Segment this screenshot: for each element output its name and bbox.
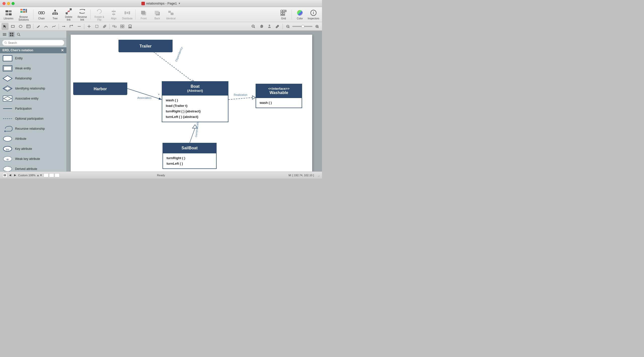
close-button[interactable] bbox=[3, 2, 6, 5]
svg-text:key: key bbox=[6, 148, 9, 150]
color-button[interactable]: Color bbox=[293, 8, 306, 21]
browse-solutions-button[interactable]: Browse Solutions bbox=[16, 8, 32, 21]
inspectors-button[interactable]: i Inspectors bbox=[307, 8, 320, 21]
canvas-area[interactable]: Dependency * Association Realization bbox=[67, 31, 322, 171]
reverse-link-button[interactable]: Reverse link bbox=[76, 8, 89, 21]
grid-button[interactable]: Grid bbox=[277, 8, 290, 21]
orthogonal-tool[interactable] bbox=[68, 23, 75, 30]
align-button[interactable]: Align bbox=[107, 8, 120, 21]
shape-item-recursive-relationship[interactable]: Recursive relationship bbox=[0, 124, 66, 134]
key-attribute-label: Key attribute bbox=[15, 147, 32, 151]
stamp-tool[interactable] bbox=[127, 23, 134, 30]
person-tool[interactable] bbox=[266, 23, 273, 30]
tree-icon bbox=[52, 9, 59, 16]
pointer-tool[interactable] bbox=[2, 23, 9, 30]
pause-button[interactable] bbox=[3, 173, 7, 177]
identical-button[interactable]: Identical bbox=[164, 8, 177, 21]
svg-point-95 bbox=[5, 42, 6, 43]
zoom-dropdown[interactable]: ▲▼ bbox=[36, 173, 43, 177]
zoom-slider[interactable] bbox=[292, 26, 312, 27]
svg-rect-33 bbox=[112, 14, 115, 15]
connector-tool[interactable] bbox=[60, 23, 67, 30]
prev-page-button[interactable]: ◀ bbox=[8, 173, 12, 177]
front-button[interactable]: Front bbox=[137, 8, 150, 21]
shape-item-relationship[interactable]: Relationship bbox=[0, 73, 66, 83]
delete-link-button[interactable]: Delete link bbox=[62, 8, 75, 21]
svg-point-113 bbox=[3, 166, 12, 171]
svg-rect-70 bbox=[120, 27, 122, 28]
associative-entity-label: Associative entity bbox=[15, 97, 38, 100]
chain-button[interactable]: Chain bbox=[35, 8, 48, 21]
line-tool[interactable] bbox=[76, 23, 83, 30]
slice-tool[interactable] bbox=[101, 23, 108, 30]
svg-text:wk: wk bbox=[6, 158, 9, 160]
next-page-button[interactable]: ▶ bbox=[13, 173, 17, 177]
svg-rect-8 bbox=[26, 9, 27, 13]
resize-handle[interactable] bbox=[316, 173, 319, 177]
shape-item-identifying-relationship[interactable]: Identifying relationship bbox=[0, 83, 66, 94]
view-mode-1[interactable] bbox=[44, 173, 49, 177]
weak-key-attribute-preview: wk bbox=[3, 155, 13, 163]
shape-item-associative-entity[interactable]: Associative entity bbox=[0, 94, 66, 104]
minimize-button[interactable] bbox=[7, 2, 10, 5]
shape-item-key-attribute[interactable]: key Key attribute bbox=[0, 144, 66, 154]
maximize-button[interactable] bbox=[12, 2, 15, 5]
distribute-button[interactable]: Distribute bbox=[121, 8, 134, 21]
svg-rect-66 bbox=[113, 25, 114, 27]
boat-node[interactable]: Boat {Abstract} wash ( ) load (Trailer t… bbox=[162, 81, 228, 122]
table-tool[interactable] bbox=[25, 23, 32, 30]
svg-rect-7 bbox=[23, 11, 25, 13]
tree-button[interactable]: Tree bbox=[49, 8, 62, 21]
diagram-canvas[interactable]: Dependency * Association Realization bbox=[71, 35, 312, 171]
page-nav: ◀ ▶ bbox=[8, 173, 17, 177]
shape-item-participation[interactable]: Participation bbox=[0, 104, 66, 114]
bezier-tool[interactable] bbox=[50, 23, 57, 30]
libraries-button[interactable]: Libraries bbox=[2, 8, 15, 21]
group-tool[interactable] bbox=[111, 23, 118, 30]
shape-list: Entity Weak entity Re bbox=[0, 53, 66, 171]
washable-node[interactable]: <<interface>> Washable wash ( ) bbox=[256, 84, 302, 108]
view-mode-2[interactable] bbox=[49, 173, 54, 177]
shape-item-derived-attribute[interactable]: Derived attribute bbox=[0, 164, 66, 171]
svg-rect-90 bbox=[12, 33, 13, 34]
zoom-plus-button[interactable] bbox=[313, 23, 320, 30]
svg-rect-35 bbox=[127, 12, 128, 14]
arc-tool[interactable] bbox=[43, 23, 50, 30]
trailer-header: Trailer bbox=[119, 40, 172, 52]
relationship-preview bbox=[3, 75, 13, 82]
grid-view-tab[interactable] bbox=[9, 32, 15, 37]
hand-tool[interactable] bbox=[258, 23, 265, 30]
ellipse-tool[interactable] bbox=[17, 23, 24, 30]
shape-item-optional-participation[interactable]: Optional participation bbox=[0, 114, 66, 124]
search-tab[interactable] bbox=[16, 32, 22, 37]
back-button[interactable]: Back bbox=[151, 8, 164, 21]
rectangle-tool[interactable] bbox=[9, 23, 16, 30]
pen-tool[interactable] bbox=[35, 23, 42, 30]
shape-item-attribute[interactable]: Attribute bbox=[0, 134, 66, 144]
pencil-tool[interactable] bbox=[274, 23, 281, 30]
inspectors-icon: i bbox=[310, 9, 317, 16]
shape-item-weak-key-attribute[interactable]: wk Weak key attribute bbox=[0, 154, 66, 164]
crop-tool[interactable] bbox=[93, 23, 100, 30]
zoom-slider-thumb[interactable] bbox=[301, 25, 304, 28]
trailer-node[interactable]: Trailer bbox=[118, 40, 173, 52]
panel-close-button[interactable]: ✕ bbox=[61, 48, 64, 52]
zoom-out-button[interactable] bbox=[250, 23, 257, 30]
svg-rect-46 bbox=[281, 12, 283, 14]
sailboat-node[interactable]: SailBoat turnRight ( ) turnLeft ( ) bbox=[163, 143, 217, 169]
zoom-minus-button[interactable] bbox=[284, 23, 291, 30]
svg-rect-56 bbox=[27, 25, 30, 28]
sidebar-top-tabs bbox=[0, 31, 66, 38]
harbor-node[interactable]: Harbor bbox=[73, 82, 127, 95]
list-view-tab[interactable] bbox=[2, 32, 8, 37]
svg-rect-1 bbox=[9, 10, 12, 12]
rotate-flip-button[interactable]: Rotate & Flip bbox=[92, 8, 107, 21]
shape-item-weak-entity[interactable]: Weak entity bbox=[0, 63, 66, 73]
washable-body: wash ( ) bbox=[256, 98, 302, 108]
view-mode-3[interactable] bbox=[55, 173, 60, 177]
rotate-flip-icon bbox=[96, 8, 103, 15]
shape-item-entity[interactable]: Entity bbox=[0, 53, 66, 63]
search-input[interactable] bbox=[8, 41, 62, 44]
expand-tool[interactable] bbox=[86, 23, 93, 30]
ungroup-tool[interactable] bbox=[119, 23, 126, 30]
